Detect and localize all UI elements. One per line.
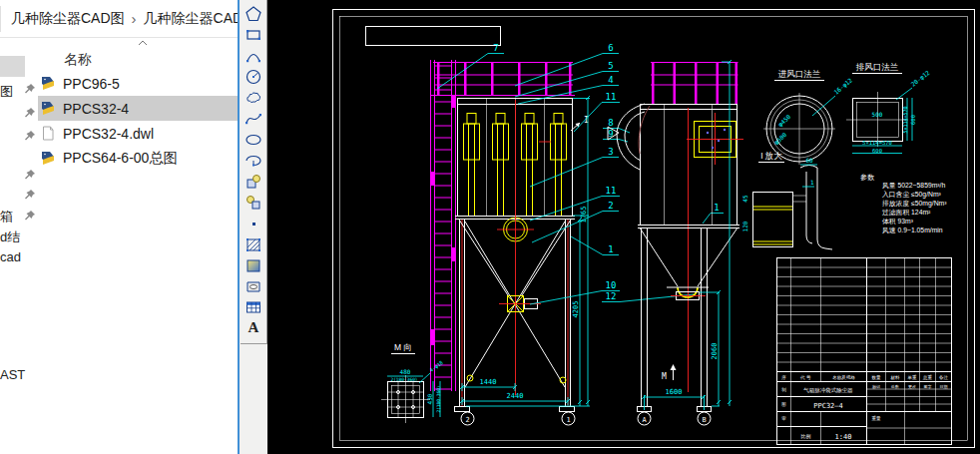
nav-item-clipped[interactable]: 图 [0,83,13,101]
outlet-flange-detail: 排风口法兰 500 5×114=570 600 5×114=570 600 20… [846,62,932,154]
generic-file-icon [40,126,56,141]
tool-ellipse[interactable] [242,129,265,150]
svg-text:排风口法兰: 排风口法兰 [856,62,899,72]
tool-point[interactable] [242,213,265,233]
tool-multiline-text[interactable]: A [242,317,265,338]
pin-icon[interactable] [24,169,36,181]
pin-icon[interactable] [24,189,36,201]
tool-gradient[interactable] [242,254,265,275]
svg-text:更改: 更改 [908,384,916,389]
tool-region[interactable] [242,275,265,296]
cad-drawing: I 1440 2440 4205 1765 2 1 7 6 5 4 11 8 9 [267,0,980,454]
sort-ascending-icon[interactable] [138,40,148,46]
file-row-selected[interactable]: PPCS32-4 [38,96,238,121]
svg-text:I 放大: I 放大 [760,151,782,161]
svg-text:4205: 4205 [572,301,580,318]
svg-text:总重: 总重 [922,374,933,380]
svg-text:处数: 处数 [891,384,899,389]
svg-text:风量 5022~5859m³/h: 风量 5022~5859m³/h [882,182,946,190]
svg-text:1600: 1600 [666,388,683,396]
svg-text:参数: 参数 [860,174,875,181]
nav-item-clipped[interactable]: 箱 [0,208,13,226]
polygon-icon [245,5,262,23]
svg-text:600: 600 [872,148,882,154]
svg-text:1: 1 [566,416,570,424]
svg-text:600: 600 [910,115,916,125]
svg-text:1: 1 [714,203,719,213]
file-list: 名称 PPC96-5 PPCS32-4 PPCS32-4.dwl PPCS64-… [38,38,238,454]
svg-text:2(180-360): 2(180-360) [436,385,441,412]
svg-text:审: 审 [781,416,786,421]
hatch-icon [245,235,262,253]
nav-item-clipped[interactable]: d结 [0,228,20,246]
file-name: PPC96-5 [63,76,120,92]
side-view: M 1600 2060 A B [608,60,743,425]
circle-icon [245,68,262,86]
pin-icon[interactable] [24,130,36,142]
file-row[interactable]: PPC96-5 [38,71,238,96]
nav-item-clipped[interactable]: AST [0,367,25,382]
mtext-icon: A [248,319,259,336]
tool-insert-block[interactable] [242,171,265,192]
svg-text:代 号: 代 号 [799,375,811,380]
tool-circle[interactable] [242,66,265,87]
tool-make-block[interactable] [242,192,265,213]
tool-arc[interactable] [242,45,265,66]
svg-text:2: 2 [465,416,469,424]
dwg-file-icon [40,101,56,116]
pin-icon[interactable] [24,107,36,119]
make-block-icon [245,194,262,212]
tool-table[interactable] [242,296,265,317]
svg-text:备注: 备注 [939,375,949,380]
svg-text:过滤面积 124m²: 过滤面积 124m² [882,209,931,217]
spec-notes: 参数 风量 5022~5859m³/h 入口含尘 ≤50g/Nm³ 排放浓度 ≤… [860,174,947,234]
svg-text:数量: 数量 [872,375,882,380]
tool-rectangle[interactable] [242,24,265,45]
svg-text:材料: 材料 [890,375,901,381]
breadcrumb-item-parent[interactable]: 几种除尘器CAD图 [11,10,125,28]
insert-block-icon [245,173,262,191]
svg-text:2: 2 [608,201,613,211]
svg-text:16-φ12: 16-φ12 [832,76,854,96]
svg-text:8: 8 [608,118,613,128]
file-row[interactable]: PPCS32-4.dwl [38,121,238,146]
svg-text:2060: 2060 [711,343,719,360]
title-block: 序 代 号 名称及规格 数量 材料 单重 总重 备注 气箱脉冲袋式除尘器 PPC… [777,258,952,445]
tool-hatch[interactable] [242,233,265,254]
pin-icon[interactable] [24,83,36,95]
svg-text:5×114=570: 5×114=570 [862,140,892,146]
breadcrumb-back-stub[interactable] [0,6,1,32]
cad-viewport[interactable]: I 1440 2440 4205 1765 2 1 7 6 5 4 11 8 9 [267,0,980,454]
nav-item-clipped[interactable]: cad [0,249,21,264]
tool-polygon[interactable] [242,3,265,24]
svg-text:5: 5 [608,61,613,71]
revision-cloud-icon [245,89,262,107]
drawing-model: PPC32—4 [813,402,843,410]
svg-text:重量: 重量 [872,415,882,421]
svg-text:1: 1 [810,179,814,186]
svg-text:进风口法兰: 进风口法兰 [778,69,821,79]
svg-text:5×114=570: 5×114=570 [902,106,908,133]
ellipse-arc-icon [245,152,262,170]
app-window: { "explorer": { "breadcrumb": { "items":… [0,0,980,454]
svg-text:45: 45 [741,195,748,203]
svg-text:1440: 1440 [480,378,497,386]
tool-spline[interactable] [242,108,265,129]
svg-text:11: 11 [606,186,617,196]
svg-text:4: 4 [608,75,613,85]
spline-icon [245,110,262,128]
column-header-name[interactable]: 名称 [64,51,92,67]
drawing-scale: 1:40 [835,433,852,441]
svg-text:11: 11 [606,92,617,102]
base-view-marker: M [662,372,667,381]
svg-text:B: B [702,416,706,424]
tool-ellipse-arc[interactable] [242,150,265,171]
svg-text:500: 500 [872,111,883,118]
dwg-file-icon [40,76,56,91]
svg-text:M 向: M 向 [394,342,412,352]
nav-pane: 图 箱 d结 cad AST [0,38,38,454]
nav-selected-item[interactable] [0,56,25,77]
pin-icon[interactable] [24,210,36,222]
tool-revision-cloud[interactable] [242,87,265,108]
file-row[interactable]: PPCS64-6-00总图 [38,146,238,171]
